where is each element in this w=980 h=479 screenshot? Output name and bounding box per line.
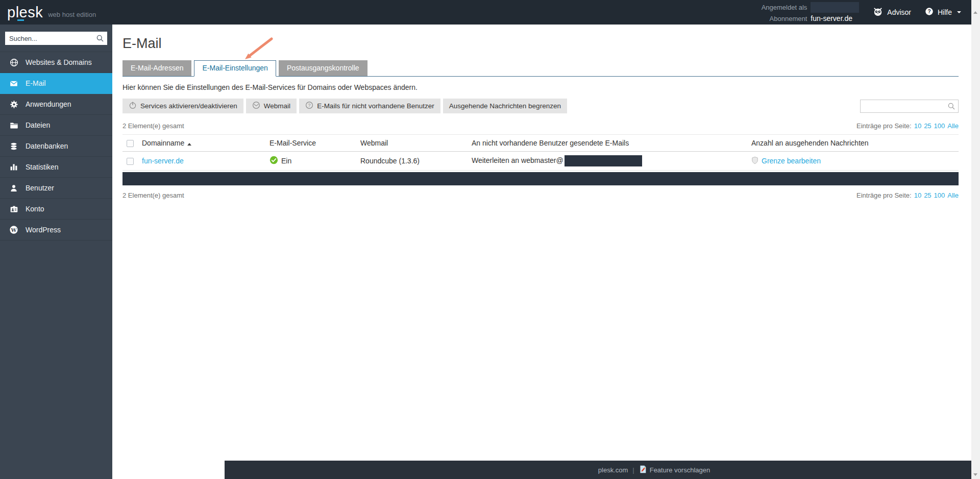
sidebar-item-dateien[interactable]: Dateien [0,115,112,136]
toolbar-button-ausgehende-nachrichten-begrenzen[interactable]: Ausgehende Nachrichten begrenzen [443,99,567,113]
plesk-com-link[interactable]: plesk.com [598,466,628,474]
limit-cell: Grenze bearbeiten [747,152,959,171]
service-status-cell: Ein [265,152,356,171]
subscription-domain-link[interactable]: fun-server.de [811,14,859,22]
sidebar-item-konto[interactable]: Konto [0,199,112,220]
tab-postausgangskontrolle[interactable]: Postausgangskontrolle [279,60,368,76]
toolbar-button-webmail[interactable]: Webmail [246,99,297,113]
per-page-option-10[interactable]: 10 [914,122,921,130]
help-icon: ? [925,7,934,17]
edit-limit-link[interactable]: Grenze bearbeiten [762,157,821,165]
row-checkbox[interactable] [127,158,134,165]
list-search-input[interactable] [860,100,959,113]
per-page-option-100[interactable]: 100 [934,122,945,130]
plesk-logo[interactable]: plesk [7,5,43,20]
row-select-cell [122,152,138,171]
per-page-option-alle[interactable]: Alle [947,191,959,199]
id-card-icon [9,205,19,213]
redacted-table-row [122,172,959,185]
sidebar-item-statistiken[interactable]: Statistiken [0,157,112,178]
column-header-domainname[interactable]: Domainname [138,135,265,152]
per-page-control: Einträge pro Seite:1025100Alle [856,122,959,130]
sidebar-item-e-mail[interactable]: E-Mail [0,73,112,94]
topbar-right: Angemeldet als Abonnement fun-server.de … [762,2,961,22]
list-meta-bottom: 2 Element(e) gesamtEinträge pro Seite:10… [122,191,959,199]
service-status-label: Ein [281,157,291,165]
service-status: Ein [270,156,352,166]
toolbar-button-e-mails-f-r-nicht-vorhandene-benutzer[interactable]: ?E-Mails für nicht vorhandene Benutzer [299,99,440,113]
domain-link[interactable]: fun-server.de [142,157,184,165]
toolbar: Services aktivieren/deaktivierenWebmail?… [122,99,959,113]
limit-action: Grenze bearbeiten [751,156,954,166]
webmail-value: Roundcube (1.3.6) [360,157,420,165]
svg-text:?: ? [308,103,311,108]
main-area: E-Mail E-Mail-AdressenE-Mail-Einstellung… [112,25,971,479]
sidebar-item-label: Datenbanken [26,142,68,150]
scrollbar[interactable] [971,0,980,479]
email-settings-table: DomainnameE-Mail-ServiceWebmailAn nicht … [122,134,959,171]
sidebar-item-wordpress[interactable]: WWordPress [0,220,112,241]
tab-e-mail-einstellungen[interactable]: E-Mail-Einstellungen [194,60,276,77]
per-page-option-10[interactable]: 10 [914,191,921,199]
sidebar-item-websites-domains[interactable]: Websites & Domains [0,52,112,73]
advisor-button[interactable]: Advisor [873,7,911,18]
per-page-option-25[interactable]: 25 [924,191,931,199]
per-page-label: Einträge pro Seite: [856,122,912,130]
sidebar-item-label: Websites & Domains [26,58,92,66]
page-title: E-Mail [122,36,959,52]
table-row: fun-server.deEinRoundcube (1.3.6)Weiterl… [122,152,959,171]
toolbar-button-services-aktivieren-deaktivieren[interactable]: Services aktivieren/deaktivieren [122,99,243,113]
svg-text:?: ? [927,9,930,14]
webmail-icon [252,101,260,111]
per-page-option-alle[interactable]: Alle [947,122,959,130]
list-search [860,100,959,113]
column-header-e-mail-service: E-Mail-Service [265,135,356,152]
forwarding-cell: Weiterleiten an webmaster@ [468,152,747,171]
search-icon [96,34,104,44]
redacted-username [811,2,859,13]
column-header-anzahl-an-ausgehenden-nachrichten: Anzahl an ausgehenden Nachrichten [747,135,959,152]
toolbar-button-label: Ausgehende Nachrichten begrenzen [449,102,561,110]
help-label: Hilfe [938,8,952,16]
column-header-webmail: Webmail [356,135,468,152]
mail-icon [9,79,19,88]
gear-icon [9,100,19,109]
sidebar: Websites & DomainsE-MailAnwendungenDatei… [0,25,112,479]
sidebar-search [5,32,107,45]
select-all-cell [122,135,138,152]
sidebar-item-anwendungen[interactable]: Anwendungen [0,94,112,115]
select-all-checkbox[interactable] [127,140,134,147]
toolbar-buttons: Services aktivieren/deaktivierenWebmail?… [122,99,567,113]
tab-e-mail-adressen[interactable]: E-Mail-Adressen [122,60,191,76]
edition-label: web host edition [48,6,96,18]
sidebar-menu: Websites & DomainsE-MailAnwendungenDatei… [0,52,112,241]
items-total: 2 Element(e) gesamt [122,191,184,199]
svg-text:W: W [10,227,17,233]
topbar: plesk web host edition Angemeldet als Ab… [0,0,971,25]
sort-asc-icon [187,143,191,146]
suggest-feature-link[interactable]: Feature vorschlagen [639,465,710,475]
column-header-label: E-Mail-Service [270,139,316,147]
items-total: 2 Element(e) gesamt [122,122,184,130]
search-icon[interactable] [947,102,955,112]
caret-down-icon [957,11,961,13]
sidebar-item-datenbanken[interactable]: Datenbanken [0,136,112,157]
sidebar-search-input[interactable] [5,32,107,45]
scrollbar-up-arrow[interactable] [973,11,977,14]
scrollbar-down-arrow[interactable] [973,473,977,476]
footer-separator: | [632,466,634,474]
tab-bar: E-Mail-AdressenE-Mail-EinstellungenPosta… [122,60,959,77]
wordpress-icon: W [9,225,19,234]
sidebar-item-benutzer[interactable]: Benutzer [0,178,112,199]
column-header-label: Webmail [360,139,388,147]
sidebar-item-label: Dateien [26,121,50,129]
column-header-label: Anzahl an ausgehenden Nachrichten [751,139,869,147]
logged-in-label: Angemeldet als [762,4,807,11]
per-page-option-25[interactable]: 25 [924,122,931,130]
toolbar-button-label: Services aktivieren/deaktivieren [140,102,237,110]
toolbar-button-label: Webmail [264,102,290,110]
plesk-logo-text: plesk [7,4,43,20]
help-menu[interactable]: ? Hilfe [925,7,961,17]
advisor-owl-icon [873,7,883,18]
per-page-option-100[interactable]: 100 [934,191,945,199]
